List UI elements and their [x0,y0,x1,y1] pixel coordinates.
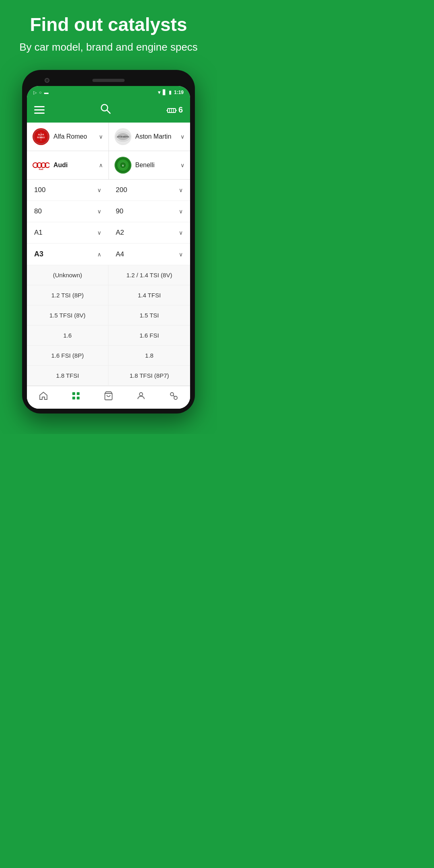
aston-martin-logo: ASTON MARTIN [115,128,131,145]
phone-frame-wrapper: ▷ ○ ▬ ▾ ▋ ▮ 1:19 [0,62,217,414]
brand-item-alfa-romeo[interactable]: ALFA ROMEO Alfa Romeo ∨ [27,123,108,151]
engine-1-6-fsi[interactable]: 1.6 FSI [108,326,190,346]
model-item-80[interactable]: 80 ∨ [27,201,108,222]
audi-logo: Audi [33,157,49,174]
svg-text:B: B [122,164,124,167]
wifi-icon: ▾ [158,90,160,95]
hero-title: Find out catalysts [16,14,201,35]
svg-rect-28 [72,397,75,399]
model-90-label: 90 [116,207,123,215]
signal-icon: ▋ [163,90,166,95]
circle-icon: ○ [39,90,42,95]
battery-icon: ▮ [169,90,172,95]
model-a1-label: A1 [34,229,43,237]
bottom-nav [27,386,190,409]
model-list: 100 ∨ 200 ∨ 80 ∨ 90 ∨ [27,180,190,386]
model-a3-chevron: ∧ [97,251,101,258]
svg-text:Audi: Audi [39,168,43,170]
svg-point-31 [139,393,143,396]
model-100-label: 100 [34,186,45,194]
phone-speaker [92,79,125,82]
brand-item-audi[interactable]: Audi Audi ∧ [27,151,108,179]
sim-icon: ▬ [44,90,49,95]
compare-icon [169,391,178,403]
menu-button[interactable] [34,106,45,114]
svg-line-1 [107,110,110,113]
nav-home[interactable] [27,389,59,405]
cart-nav-icon [104,391,113,403]
engine-1-2-tsi[interactable]: 1.2 TSI (8P) [27,285,108,305]
app-bar: 6 [27,99,190,123]
engine-1-8-tfsi-8p7[interactable]: 1.8 TFSI (8P7) [108,366,190,386]
catalyst-icon [166,105,177,115]
catalog-icon [71,391,81,403]
profile-icon [136,391,146,403]
nav-profile[interactable] [125,389,158,405]
engine-1-8[interactable]: 1.8 [108,346,190,366]
svg-point-33 [174,396,177,399]
model-90-chevron: ∨ [179,208,183,215]
engine-1-6[interactable]: 1.6 [27,326,108,346]
brand-item-benelli[interactable]: B Benelli ∨ [109,151,190,179]
svg-point-32 [170,393,174,396]
model-a4-label: A4 [116,250,124,258]
brand-grid: ALFA ROMEO Alfa Romeo ∨ [27,123,190,180]
model-100-chevron: ∨ [97,187,101,193]
model-item-a2[interactable]: A2 ∨ [108,222,190,244]
model-a2-label: A2 [116,229,124,237]
phone-frame: ▷ ○ ▬ ▾ ▋ ▮ 1:19 [22,70,195,414]
alfa-romeo-chevron: ∨ [99,133,103,140]
brand-inner-alfa: ALFA ROMEO Alfa Romeo [33,128,87,145]
phone-notch [27,75,190,86]
engine-1-4-tfsi[interactable]: 1.4 TFSI [108,285,190,305]
model-200-chevron: ∨ [179,187,183,193]
svg-text:ALFA: ALFA [38,133,44,136]
content-area: ALFA ROMEO Alfa Romeo ∨ [27,123,190,409]
nav-compare[interactable] [158,389,190,405]
benelli-label: Benelli [135,162,155,169]
model-item-a4[interactable]: A4 ∨ [108,244,190,265]
svg-line-34 [173,395,174,397]
search-button[interactable] [100,103,111,117]
svg-rect-26 [72,392,75,395]
phone-screen: ▷ ○ ▬ ▾ ▋ ▮ 1:19 [27,86,190,409]
model-200-label: 200 [116,186,127,194]
model-item-100[interactable]: 100 ∨ [27,180,108,201]
engine-1-5-tsi[interactable]: 1.5 TSI [108,305,190,326]
model-item-200[interactable]: 200 ∨ [108,180,190,201]
brand-item-aston-martin[interactable]: ASTON MARTIN Aston Martin ∨ [109,123,190,151]
status-icons-right: ▾ ▋ ▮ 1:19 [158,90,184,95]
nav-catalog[interactable] [59,389,92,405]
benelli-chevron: ∨ [180,162,184,168]
nav-cart[interactable] [92,389,125,405]
audi-chevron: ∧ [99,162,103,168]
cart-count: 6 [178,105,183,115]
time-display: 1:19 [174,90,184,95]
model-item-90[interactable]: 90 ∨ [108,201,190,222]
model-a4-chevron: ∨ [179,251,183,258]
alfa-romeo-label: Alfa Romeo [53,133,87,140]
engine-1-5-tfsi[interactable]: 1.5 TFSI (8V) [27,305,108,326]
model-a1-chevron: ∨ [97,229,101,236]
status-icons-left: ▷ ○ ▬ [33,90,49,95]
model-item-a1[interactable]: A1 ∨ [27,222,108,244]
engine-list: (Unknown) 1.2 / 1.4 TSI (8V) 1.2 TSI (8P… [27,265,190,386]
model-80-chevron: ∨ [97,208,101,215]
model-80-label: 80 [34,207,42,215]
engine-unknown[interactable]: (Unknown) [27,265,108,285]
brand-inner-benelli: B Benelli [115,157,155,174]
brand-inner-aston: ASTON MARTIN Aston Martin [115,128,172,145]
model-item-a3[interactable]: A3 ∧ [27,244,108,265]
model-a2-chevron: ∨ [179,229,183,236]
engine-1-8-tfsi[interactable]: 1.8 TFSI [27,366,108,386]
engine-1-6-fsi-8p[interactable]: 1.6 FSI (8P) [27,346,108,366]
model-a3-label: A3 [34,250,43,258]
cart-area[interactable]: 6 [166,105,183,115]
status-bar: ▷ ○ ▬ ▾ ▋ ▮ 1:19 [27,86,190,99]
aston-martin-label: Aston Martin [135,133,172,140]
engine-1-2-1-4-tsi[interactable]: 1.2 / 1.4 TSI (8V) [108,265,190,285]
svg-rect-27 [77,392,80,395]
audi-label: Audi [53,162,68,169]
home-icon [39,391,48,403]
alfa-romeo-logo: ALFA ROMEO [33,128,49,145]
